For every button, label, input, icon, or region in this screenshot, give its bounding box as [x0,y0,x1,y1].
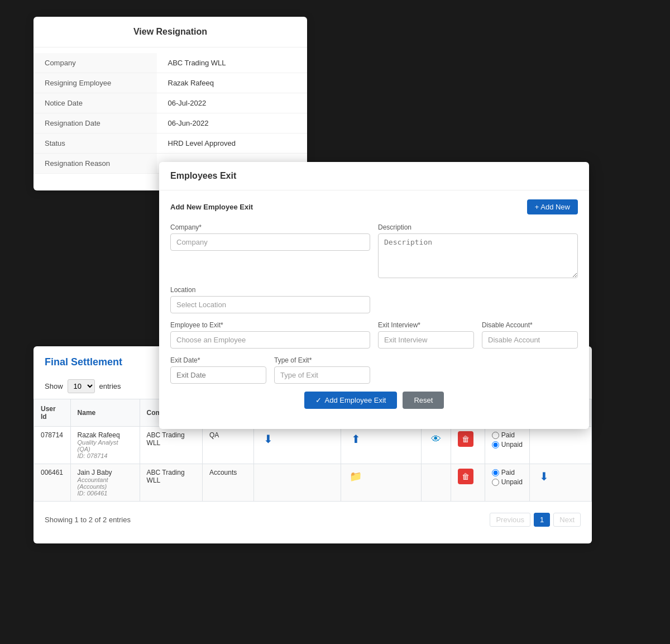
employee-name: Jain J Baby [78,469,133,476]
field-value: ABC Trading WLL [157,53,308,73]
exit-interview-group: Exit Interview* Exit Interview [378,321,474,349]
delete-cell: 🗑 [451,427,485,464]
view-cell [421,464,451,502]
unpaid-radio[interactable] [492,441,499,449]
employee-subtitle: Accountant (Accounts) [78,476,133,490]
company-cell: ABC Trading WLL [140,427,202,464]
field-value: 06-Jul-2022 [157,93,308,113]
department-cell: QA [202,427,253,464]
checkmark-icon: ✓ [315,396,322,404]
exit-interview-label: Exit Interview* [378,321,474,329]
field-label: Company [34,53,157,73]
company-cell: ABC Trading WLL [140,464,202,502]
field-label: Status [34,133,157,154]
type-of-exit-group: Type of Exit* Type of Exit [274,356,370,384]
paid-radio[interactable] [492,432,499,439]
download-button[interactable]: ⬇ [261,431,276,447]
final-settlement-button[interactable]: ⬇ [537,469,552,484]
delete-button[interactable]: 🗑 [458,469,473,484]
employees-exit-modal: Employees Exit Add New Employee Exit + A… [159,162,589,429]
add-new-row: Add New Employee Exit + Add New [170,199,578,214]
disable-account-select[interactable]: Disable Account [482,331,578,349]
form-footer: ✓ Add Employee Exit Reset [170,392,578,409]
form-row-3: Employee to Exit* Choose an Employee Exi… [170,321,578,349]
view-button[interactable]: 👁 [428,431,444,447]
field-value: Razak Rafeeq [157,73,308,93]
final-settlement-cell [529,427,591,464]
exit-date-input[interactable] [170,366,266,384]
delete-cell: 🗑 [451,464,485,502]
location-group: Location Select Location [170,286,370,313]
company-group: Company* Company [170,223,370,278]
upload-cell: 📁 [341,464,421,502]
company-select[interactable]: Company [170,233,370,251]
status-cell: Paid Unpaid [485,464,529,502]
user-id-cell: 078714 [34,427,71,464]
resignation-details-table: Company ABC Trading WLL Resigning Employ… [34,53,307,174]
description-textarea[interactable] [378,233,578,278]
location-select[interactable]: Select Location [170,296,370,313]
company-label: Company* [170,223,370,231]
resignation-field-row: Resignation Date 06-Jun-2022 [34,113,307,133]
column-header: Name [70,399,140,427]
paid-label: Paid [492,431,523,439]
add-new-button[interactable]: + Add New [527,199,578,214]
next-button[interactable]: Next [553,513,581,527]
paid-radio[interactable] [492,469,499,476]
delete-button[interactable]: 🗑 [458,431,473,447]
table-row: 078714 Razak Rafeeq Quality Analyst (QA)… [34,427,592,464]
employee-subtitle: Quality Analyst (QA) [78,439,133,452]
upload-button[interactable]: ⬆ [348,431,363,447]
location-label: Location [170,286,370,294]
paid-label: Paid [492,469,523,476]
field-label: Resignation Date [34,113,157,133]
field-value: 06-Jun-2022 [157,113,308,133]
exit-date-group: Exit Date* [170,356,266,384]
column-header: User Id [34,399,71,427]
employee-group: Employee to Exit* Choose an Employee [170,321,370,349]
entries-label: entries [99,382,121,390]
resignation-field-row: Resigning Employee Razak Rafeeq [34,73,307,93]
employee-label: Employee to Exit* [170,321,370,329]
unpaid-radio[interactable] [492,479,499,486]
status-radio-group: Paid Unpaid [492,469,523,486]
form-row-4: Exit Date* Type of Exit* Type of Exit [170,356,578,384]
final-settlement-cell: ⬇ [529,464,591,502]
upload-folder-button[interactable]: 📁 [348,469,363,484]
page-1-button[interactable]: 1 [534,513,550,527]
employee-select[interactable]: Choose an Employee [170,331,370,349]
exit-date-type-group: Exit Date* Type of Exit* Type of Exit [170,356,370,384]
unpaid-label: Unpaid [492,441,523,449]
add-new-label: Add New Employee Exit [170,203,253,211]
employee-id: ID: 006461 [78,490,133,497]
add-employee-exit-button[interactable]: ✓ Add Employee Exit [304,392,398,409]
status-cell: Paid Unpaid [485,427,529,464]
resignation-field-row: Company ABC Trading WLL [34,53,307,73]
reset-button[interactable]: Reset [403,392,444,409]
unpaid-label: Unpaid [492,478,523,486]
download-cell: ⬇ [253,427,341,464]
type-of-exit-select[interactable]: Type of Exit [274,366,370,384]
view-resignation-title: View Resignation [34,17,307,47]
type-of-exit-label: Type of Exit* [274,356,370,364]
show-entries: Show 10 entries [45,379,121,393]
show-label: Show [45,382,63,390]
disable-account-label: Disable Account* [482,321,578,329]
exit-interview-select[interactable]: Exit Interview [378,331,474,349]
description-group: Description [378,223,578,278]
exit-interview-disable-group: Exit Interview* Exit Interview Disable A… [378,321,578,349]
download-cell [253,464,341,502]
view-cell: 👁 [421,427,451,464]
previous-button[interactable]: Previous [490,513,530,527]
department-cell: Accounts [202,464,253,502]
entries-select[interactable]: 10 [68,379,95,393]
modal-body: Add New Employee Exit + Add New Company*… [159,190,589,418]
resignation-field-row: Notice Date 06-Jul-2022 [34,93,307,113]
table-row: 006461 Jain J Baby Accountant (Accounts)… [34,464,592,502]
employee-name: Razak Rafeeq [78,431,133,439]
showing-entries: Showing 1 to 2 of 2 entries [45,516,131,524]
table-body: 078714 Razak Rafeeq Quality Analyst (QA)… [34,427,592,502]
exit-date-label: Exit Date* [170,356,266,364]
field-label: Resignation Reason [34,154,157,174]
fs-footer: Showing 1 to 2 of 2 entries Previous 1 N… [34,507,592,527]
